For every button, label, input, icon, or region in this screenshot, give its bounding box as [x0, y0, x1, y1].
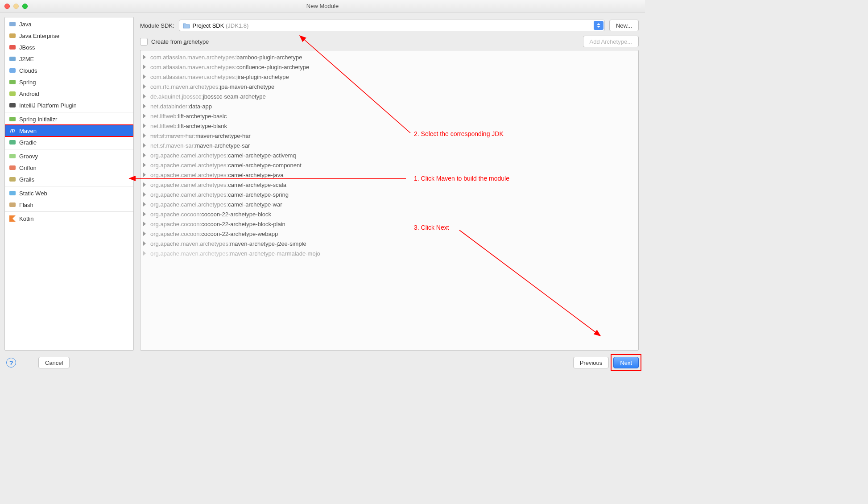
sidebar-item-griffon[interactable]: Griffon: [5, 162, 133, 174]
new-sdk-button[interactable]: New...: [609, 20, 639, 31]
svg-rect-10: [9, 154, 16, 158]
sidebar-item-label: JBoss: [19, 44, 35, 51]
expand-triangle-icon: [143, 192, 146, 197]
archetype-item[interactable]: net.liftweb:lift-archetype-blank: [141, 121, 638, 131]
expand-triangle-icon: [143, 182, 146, 187]
static-web-icon: [8, 189, 17, 197]
sidebar-item-flash[interactable]: Flash: [5, 199, 133, 211]
sidebar-item-groovy[interactable]: Groovy: [5, 150, 133, 162]
archetype-list[interactable]: com.atlassian.maven.archetypes:bamboo-pl…: [140, 50, 639, 351]
archetype-group: org.apache.camel.archetypes:: [150, 182, 228, 188]
expand-triangle-icon: [143, 133, 146, 138]
sidebar-item-label: Griffon: [19, 165, 37, 171]
archetype-name: jbosscc-seam-archetype: [203, 93, 266, 100]
svg-rect-9: [9, 140, 16, 145]
sidebar-item-java-enterprise[interactable]: Java Enterprise: [5, 30, 133, 41]
sidebar-item-label: Groovy: [19, 153, 38, 160]
expand-triangle-icon: [143, 153, 146, 157]
sidebar-item-intellij-platform-plugin[interactable]: IntelliJ Platform Plugin: [5, 99, 133, 111]
archetype-name: lift-archetype-basic: [178, 113, 227, 120]
expand-triangle-icon: [143, 114, 146, 118]
sidebar-item-label: Kotlin: [19, 215, 34, 222]
sidebar-item-java[interactable]: Java: [5, 18, 133, 30]
create-from-archetype-checkbox[interactable]: Create from archetype: [140, 38, 209, 45]
help-button[interactable]: ?: [6, 358, 16, 368]
sidebar-item-spring[interactable]: Spring: [5, 76, 133, 88]
sidebar-item-label: Clouds: [19, 67, 37, 74]
minimize-window-button[interactable]: [13, 4, 19, 9]
sidebar-item-label: J2ME: [19, 56, 34, 62]
svg-rect-13: [9, 191, 16, 195]
kotlin-icon: [8, 215, 17, 223]
archetype-group: org.apache.camel.archetypes:: [150, 172, 228, 178]
sidebar-item-grails[interactable]: Grails: [5, 174, 133, 185]
sidebar-item-label: Java Enterprise: [19, 33, 59, 39]
archetype-item[interactable]: net.liftweb:lift-archetype-basic: [141, 111, 638, 121]
archetype-group: org.apache.cocoon:: [150, 211, 201, 218]
add-archetype-button[interactable]: Add Archetype...: [583, 36, 639, 47]
archetype-item[interactable]: net.sf.maven-sar:maven-archetype-sar: [141, 140, 638, 150]
grails-icon: [8, 175, 17, 183]
archetype-item[interactable]: org.apache.camel.archetypes:camel-archet…: [141, 170, 638, 180]
archetype-item[interactable]: org.apache.cocoon:cocoon-22-archetype-bl…: [141, 219, 638, 229]
sidebar-item-maven[interactable]: mMaven: [5, 125, 133, 136]
sidebar-item-j2me[interactable]: J2ME: [5, 53, 133, 65]
svg-rect-12: [9, 177, 16, 182]
archetype-item[interactable]: de.akquinet.jbosscc:jbosscc-seam-archety…: [141, 91, 638, 101]
cancel-button[interactable]: Cancel: [38, 357, 70, 368]
archetype-group: org.apache.maven.archetypes:: [150, 250, 230, 257]
sidebar-item-android[interactable]: Android: [5, 88, 133, 99]
archetype-group: org.apache.maven.archetypes:: [150, 240, 230, 247]
archetype-group: com.atlassian.maven.archetypes:: [150, 74, 236, 80]
close-window-button[interactable]: [4, 4, 10, 9]
sidebar-item-static-web[interactable]: Static Web: [5, 187, 133, 199]
sidebar-item-label: Android: [19, 91, 39, 97]
svg-rect-3: [9, 57, 16, 61]
sidebar-item-kotlin[interactable]: Kotlin: [5, 213, 133, 224]
svg-rect-1: [9, 33, 16, 38]
archetype-item[interactable]: org.apache.camel.archetypes:camel-archet…: [141, 150, 638, 160]
archetype-item[interactable]: com.atlassian.maven.archetypes:confluenc…: [141, 62, 638, 72]
module-sdk-dropdown[interactable]: Project SDK (JDK1.8): [179, 20, 605, 31]
sidebar-item-label: Gradle: [19, 139, 37, 146]
archetype-item[interactable]: org.apache.camel.archetypes:camel-archet…: [141, 199, 638, 209]
archetype-item[interactable]: com.rfc.maven.archetypes:jpa-maven-arche…: [141, 82, 638, 91]
archetype-name: camel-archetype-spring: [228, 191, 289, 198]
previous-button[interactable]: Previous: [573, 357, 609, 368]
sidebar-item-label: Grails: [19, 176, 34, 183]
sidebar-item-label: Spring: [19, 79, 36, 86]
archetype-group: org.apache.camel.archetypes:: [150, 152, 228, 159]
archetype-item[interactable]: com.atlassian.maven.archetypes:bamboo-pl…: [141, 52, 638, 62]
gradle-icon: [8, 138, 17, 146]
maximize-window-button[interactable]: [22, 4, 28, 9]
expand-triangle-icon: [143, 124, 146, 128]
maven-icon: m: [8, 127, 17, 135]
intellij-platform-plugin-icon: [8, 101, 17, 109]
sidebar-item-label: Flash: [19, 202, 33, 208]
archetype-item[interactable]: org.apache.camel.archetypes:camel-archet…: [141, 190, 638, 199]
sidebar-item-label: Static Web: [19, 190, 47, 197]
sidebar-item-gradle[interactable]: Gradle: [5, 136, 133, 148]
sidebar-item-spring-initializr[interactable]: Spring Initializr: [5, 113, 133, 125]
archetype-item[interactable]: org.apache.maven.archetypes:maven-archet…: [141, 248, 638, 258]
archetype-item[interactable]: org.apache.cocoon:cocoon-22-archetype-bl…: [141, 209, 638, 219]
archetype-item[interactable]: net.sf.maven-har:maven-archetype-har: [141, 131, 638, 140]
griffon-icon: [8, 164, 17, 172]
archetype-name: bamboo-plugin-archetype: [236, 54, 302, 61]
archetype-name: cocoon-22-archetype-block: [201, 211, 271, 218]
next-button[interactable]: Next: [613, 357, 639, 368]
expand-triangle-icon: [143, 241, 146, 246]
archetype-item[interactable]: net.databinder:data-app: [141, 101, 638, 111]
archetype-item[interactable]: com.atlassian.maven.archetypes:jira-plug…: [141, 72, 638, 82]
module-type-sidebar: JavaJava EnterpriseJBossJ2MECloudsSpring…: [4, 17, 134, 351]
window-title: New Module: [0, 3, 645, 9]
archetype-item[interactable]: org.apache.cocoon:cocoon-22-archetype-we…: [141, 229, 638, 239]
archetype-name: camel-archetype-component: [228, 162, 302, 169]
archetype-name: data-app: [189, 103, 212, 110]
archetype-item[interactable]: org.apache.camel.archetypes:camel-archet…: [141, 160, 638, 170]
sidebar-item-jboss[interactable]: JBoss: [5, 41, 133, 53]
sidebar-item-clouds[interactable]: Clouds: [5, 65, 133, 76]
archetype-item[interactable]: org.apache.camel.archetypes:camel-archet…: [141, 180, 638, 190]
archetype-item[interactable]: org.apache.maven.archetypes:maven-archet…: [141, 239, 638, 248]
archetype-group: com.atlassian.maven.archetypes:: [150, 54, 236, 61]
